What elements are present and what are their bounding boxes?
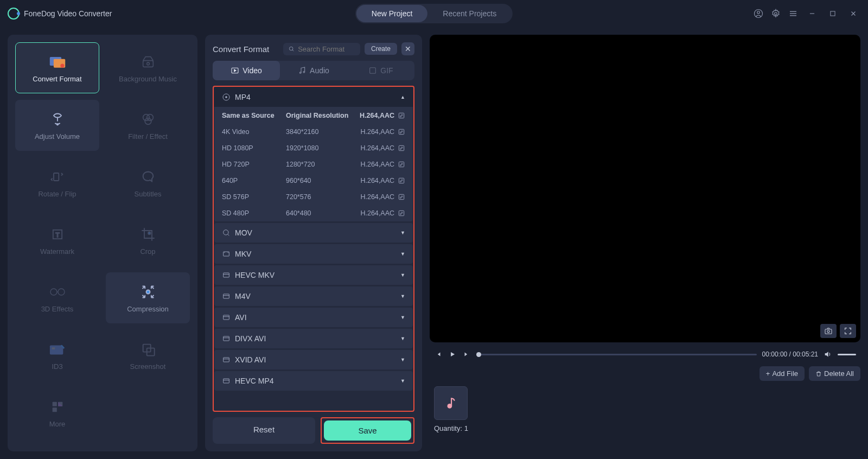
svg-point-54 [228,252,228,253]
tool-label: Convert Format [33,75,81,83]
fullscreen-icon[interactable] [840,324,856,338]
edit-icon[interactable] [398,193,405,201]
tool-screenshot[interactable]: Screenshot [106,330,190,381]
delete-all-button[interactable]: Delete All [809,366,860,381]
svg-rect-48 [399,194,404,199]
tools-sidebar: Convert FormatBackground MusicAdjust Vol… [8,35,197,451]
bg-music-icon [139,53,157,71]
chevron-down-icon: ▼ [400,378,405,384]
format-group-xvid-avi: XVID AVI▼ [214,350,413,369]
tab-new-project[interactable]: New Project [356,5,427,22]
format-group-header[interactable]: MP4▲ [214,87,413,107]
format-option[interactable]: SD 576P720*576H.264,AAC [214,189,413,205]
format-option[interactable]: Same as SourceOriginal ResolutionH.264,A… [214,107,413,124]
format-group-header[interactable]: HEVC MKV▼ [214,265,413,285]
create-button[interactable]: Create [365,43,397,55]
format-option[interactable]: SD 480P640*480H.264,AAC [214,205,413,221]
svg-rect-44 [399,129,404,134]
play-button[interactable] [448,350,457,359]
format-tab-gif-label: GIF [380,66,393,75]
chevron-up-icon: ▲ [400,94,405,100]
svg-rect-67 [825,329,832,334]
svg-rect-63 [224,358,229,362]
add-file-button[interactable]: + Add File [760,366,805,381]
gear-icon[interactable] [770,8,781,19]
minimize-button[interactable] [805,8,819,19]
edit-icon[interactable] [398,209,405,217]
tool-label: Background Music [119,75,177,83]
svg-text:T: T [55,231,59,238]
tab-recent-projects[interactable]: Recent Projects [427,5,512,22]
format-option[interactable]: HD 1080P1920*1080H.264,AAC [214,140,413,156]
format-group-header[interactable]: AVI▼ [214,308,413,327]
svg-rect-55 [224,273,229,277]
tool-label: Crop [140,247,155,256]
svg-rect-45 [399,145,404,150]
tool-subtitles[interactable]: Subtitles [106,157,190,208]
tool-adjust-volume[interactable]: Adjust Volume [15,100,99,151]
quantity-text: Quantity: 1 [434,424,860,432]
svg-point-38 [299,72,301,74]
edit-icon[interactable] [398,144,405,152]
tool-id3[interactable]: ID3 [15,330,99,381]
format-group-header[interactable]: MKV▼ [214,244,413,264]
svg-rect-28 [49,345,62,354]
chevron-down-icon: ▼ [400,272,405,278]
tool-3d-effects[interactable]: 3D Effects [15,272,99,323]
volume-icon [49,111,66,128]
edit-icon[interactable] [398,112,405,119]
maximize-button[interactable] [826,8,840,19]
chevron-down-icon: ▼ [400,315,405,320]
format-tab-gif[interactable]: GIF [347,61,414,80]
tool-filter-effect[interactable]: Filter / Effect [106,100,190,151]
edit-icon[interactable] [398,128,405,136]
subtitles-icon [139,168,157,186]
compress-icon [139,283,157,301]
format-option[interactable]: 640P960*640H.264,AAC [214,173,413,189]
reset-button[interactable]: Reset [213,417,315,444]
timeline-slider[interactable] [476,354,757,355]
format-group-header[interactable]: XVID AVI▼ [214,350,413,369]
edit-icon[interactable] [398,161,405,168]
svg-rect-29 [52,347,55,349]
svg-point-18 [146,114,153,120]
tool-rotate-flip[interactable]: Rotate / Flip [15,157,99,208]
format-tab-video[interactable]: Video [213,61,280,80]
account-icon[interactable] [753,8,764,19]
close-panel-button[interactable]: ✕ [401,42,414,55]
svg-point-68 [827,330,829,333]
tool-compression[interactable]: Compression [106,272,190,323]
tool-convert-format[interactable]: Convert Format [15,42,99,93]
svg-point-39 [303,71,305,73]
format-option[interactable]: HD 720P1280*720H.264,AAC [214,156,413,173]
time-display: 00:00:00 / 00:05:21 [762,350,818,358]
format-group-header[interactable]: HEVC MP4▼ [214,371,413,391]
queue-thumbnail[interactable] [434,386,468,420]
volume-slider[interactable] [838,354,856,355]
prev-button[interactable] [434,350,443,359]
chevron-down-icon: ▼ [400,336,405,341]
search-format-input[interactable] [283,43,360,55]
svg-rect-46 [399,162,404,167]
svg-rect-61 [224,336,229,341]
format-group-header[interactable]: DIVX AVI▼ [214,329,413,348]
titlebar: FoneDog Video Converter New Project Rece… [0,0,868,27]
search-format-field[interactable] [298,45,355,53]
volume-icon[interactable] [824,350,832,359]
tool-watermark[interactable]: TWatermark [15,215,99,266]
tool-label: Filter / Effect [128,132,168,141]
format-group-header[interactable]: MOV▼ [214,223,413,243]
format-option[interactable]: 4K Video3840*2160H.264,AAC [214,124,413,140]
tool-crop[interactable]: Crop [106,215,190,266]
camera-icon[interactable] [820,324,837,338]
svg-point-12 [60,63,64,67]
tool-background-music[interactable]: Background Music [106,42,190,93]
next-button[interactable] [462,350,471,359]
format-tab-audio[interactable]: Audio [280,61,347,80]
menu-icon[interactable] [788,8,799,19]
tool-more[interactable]: More [15,387,99,438]
format-group-header[interactable]: M4V▼ [214,286,413,306]
close-window-button[interactable] [846,8,860,19]
save-button[interactable]: Save [324,420,411,441]
edit-icon[interactable] [398,177,405,184]
